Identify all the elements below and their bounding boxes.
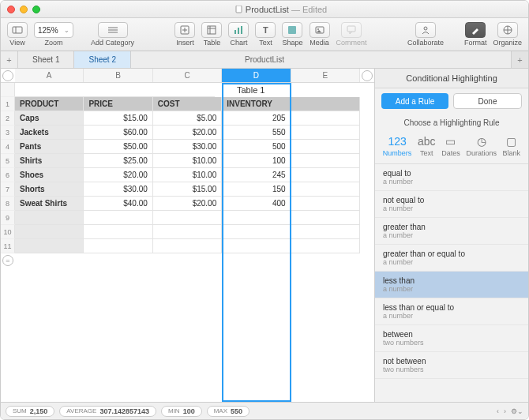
cell-inventory[interactable]: 245 — [222, 168, 291, 182]
cell-product[interactable]: Jackets — [15, 126, 84, 140]
rule-category-text[interactable]: abcText — [417, 133, 437, 159]
chevron-right-icon[interactable]: › — [504, 407, 506, 415]
cell-product[interactable]: Pants — [15, 140, 84, 154]
min-pill[interactable]: MIN100 — [161, 406, 202, 417]
insert-button[interactable] — [174, 22, 195, 38]
text-button[interactable]: T — [255, 22, 276, 38]
cell-product[interactable]: Shoes — [15, 168, 84, 182]
cell-inventory[interactable]: 550 — [222, 126, 291, 140]
organize-button[interactable] — [497, 22, 518, 38]
rule-option[interactable]: less than or equal toa number — [375, 298, 528, 325]
row-label[interactable]: 6 — [1, 168, 15, 182]
cell-inventory[interactable]: 205 — [222, 111, 291, 126]
row-label[interactable]: 3 — [1, 126, 15, 140]
rule-option[interactable]: greater than or equal toa number — [375, 245, 528, 272]
add-category-button[interactable] — [98, 22, 128, 38]
cell-product[interactable]: Caps — [15, 111, 84, 126]
cell-inventory[interactable]: 400 — [222, 197, 291, 211]
media-button[interactable] — [310, 22, 330, 38]
collaborate-button[interactable] — [415, 22, 436, 38]
cell-inventory[interactable]: 500 — [222, 140, 291, 154]
header-cost[interactable]: COST — [153, 97, 222, 111]
rule-option[interactable]: not betweentwo numbers — [375, 352, 528, 379]
col-handle[interactable] — [362, 70, 373, 81]
cell-empty[interactable] — [291, 168, 360, 182]
view-button[interactable] — [7, 22, 28, 38]
rule-option[interactable]: less thana number — [375, 272, 528, 298]
shape-button[interactable] — [282, 22, 302, 38]
cell-inventory[interactable]: 100 — [222, 154, 291, 168]
rule-category-blank[interactable]: ▢Blank — [502, 133, 522, 159]
rule-option[interactable]: equal toa number — [375, 164, 528, 191]
avg-pill[interactable]: AVERAGE307.142857143 — [59, 406, 156, 417]
equals-icon[interactable]: = — [2, 255, 13, 266]
cell-product[interactable]: Shirts — [15, 154, 84, 168]
cell-cost[interactable]: $20.00 — [153, 197, 222, 211]
row-handle[interactable] — [2, 70, 13, 81]
col-header-D[interactable]: D — [222, 69, 291, 82]
close-window-button[interactable] — [7, 6, 15, 13]
cell-cost[interactable]: $30.00 — [153, 140, 222, 154]
comment-button[interactable] — [341, 22, 362, 38]
format-button[interactable] — [465, 22, 486, 38]
cell-empty[interactable] — [291, 182, 360, 197]
sum-pill[interactable]: SUM2,150 — [6, 406, 54, 417]
add-rule-button[interactable]: Add a Rule — [381, 93, 448, 109]
chevron-left-icon[interactable]: ‹ — [497, 407, 499, 415]
sheet-tab-1[interactable]: Sheet 1 — [18, 51, 74, 68]
rule-option[interactable]: betweentwo numbers — [375, 325, 528, 352]
cell-empty[interactable] — [291, 126, 360, 140]
cell-product[interactable]: Shorts — [15, 182, 84, 197]
rule-category-durations[interactable]: ◷Durations — [465, 133, 497, 159]
row-label[interactable]: 5 — [1, 154, 15, 168]
cell-empty[interactable] — [291, 140, 360, 154]
cell-cost[interactable]: $20.00 — [153, 126, 222, 140]
row-label[interactable]: 4 — [1, 140, 15, 154]
sheet-tab-2[interactable]: Sheet 2 — [74, 51, 130, 68]
cell-price[interactable]: $30.00 — [84, 182, 152, 197]
cell-price[interactable]: $20.00 — [84, 168, 152, 182]
zoom-window-button[interactable] — [32, 6, 40, 13]
col-header-A[interactable]: A — [15, 69, 84, 82]
row-label-1[interactable]: 1 — [1, 97, 15, 111]
cell-price[interactable]: $25.00 — [84, 154, 152, 168]
zoom-select[interactable]: 125%⌄ — [34, 22, 73, 38]
cell-cost[interactable]: $10.00 — [153, 168, 222, 182]
rule-category-dates[interactable]: ▭Dates — [441, 133, 461, 159]
cell-empty[interactable] — [291, 154, 360, 168]
cell-price[interactable]: $15.00 — [84, 111, 152, 126]
done-button[interactable]: Done — [453, 93, 522, 109]
table-title[interactable]: Table 1 — [215, 83, 287, 97]
cell-inventory[interactable]: 150 — [222, 182, 291, 197]
gear-icon[interactable]: ⚙︎⌄ — [511, 407, 523, 415]
chart-button[interactable] — [228, 22, 249, 38]
rule-category-numbers[interactable]: 123Numbers — [382, 133, 413, 159]
cell-empty[interactable] — [291, 111, 360, 126]
col-header-C[interactable]: C — [153, 69, 222, 82]
cell-cost[interactable]: $15.00 — [153, 182, 222, 197]
minimize-window-button[interactable] — [20, 6, 28, 13]
header-inventory[interactable]: INVENTORY — [222, 97, 291, 111]
add-sheet-button[interactable]: + — [1, 51, 18, 68]
rule-option[interactable]: not equal toa number — [375, 191, 528, 218]
panel-add-tab[interactable]: + — [511, 51, 528, 68]
spreadsheet-canvas[interactable]: A B C D E Table 1 1 PRODUCT PRICE COST I… — [1, 69, 374, 402]
row-label[interactable]: 2 — [1, 111, 15, 126]
rule-option[interactable]: greater thana number — [375, 218, 528, 245]
header-empty[interactable] — [291, 97, 360, 111]
header-price[interactable]: PRICE — [84, 97, 152, 111]
cell-price[interactable]: $50.00 — [84, 140, 152, 154]
header-product[interactable]: PRODUCT — [15, 97, 84, 111]
col-header-B[interactable]: B — [84, 69, 152, 82]
cell-price[interactable]: $60.00 — [84, 126, 152, 140]
cell-empty[interactable] — [291, 197, 360, 211]
col-header-E[interactable]: E — [291, 69, 360, 82]
cell-cost[interactable]: $10.00 — [153, 154, 222, 168]
row-label[interactable]: 7 — [1, 182, 15, 197]
cell-price[interactable]: $40.00 — [84, 197, 152, 211]
table-button[interactable] — [201, 22, 222, 38]
row-label[interactable]: 8 — [1, 197, 15, 211]
cell-product[interactable]: Sweat Shirts — [15, 197, 84, 211]
max-pill[interactable]: MAX550 — [207, 406, 249, 417]
cell-cost[interactable]: $5.00 — [153, 111, 222, 126]
